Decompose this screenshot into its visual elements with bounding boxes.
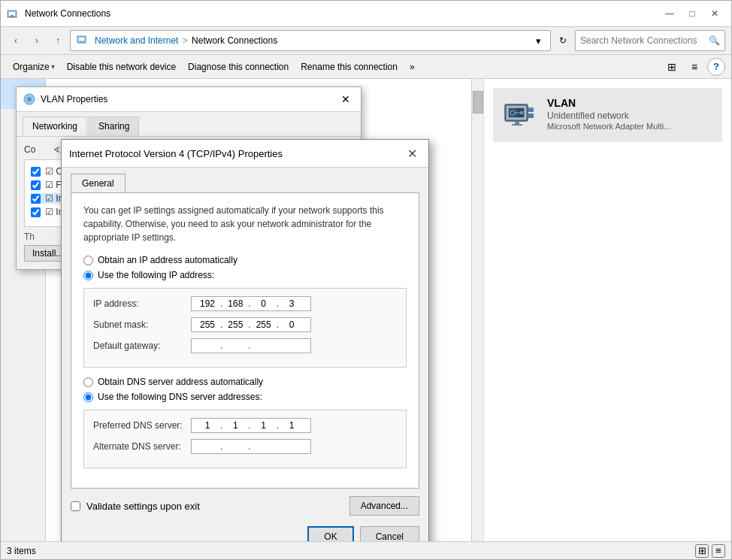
- address-box[interactable]: Network and Internet > Network Connectio…: [70, 30, 551, 51]
- alternate-dns-octet-3[interactable]: [253, 441, 275, 452]
- preferred-dns-octet-1[interactable]: [196, 420, 219, 431]
- preferred-dns-octet-4[interactable]: [280, 420, 303, 431]
- radio-auto-ip[interactable]: [83, 256, 93, 265]
- forward-button[interactable]: ›: [28, 32, 46, 50]
- tcp-dialog-title: Internet Protocol Version 4 (TCP/IPv4) P…: [69, 148, 403, 159]
- maximize-button[interactable]: □: [682, 5, 703, 22]
- svg-rect-28: [512, 124, 522, 126]
- svg-rect-26: [520, 111, 523, 114]
- alternate-dns-octet-1[interactable]: [196, 441, 219, 452]
- advanced-button[interactable]: Advanced...: [349, 496, 419, 516]
- search-box[interactable]: 🔍: [575, 30, 725, 51]
- alternate-dns-input[interactable]: . .: [191, 439, 311, 454]
- window-icon: [7, 7, 20, 20]
- refresh-button[interactable]: ↻: [554, 32, 572, 50]
- validate-label[interactable]: Validate settings upon exit: [86, 501, 200, 512]
- tcp-close-button[interactable]: ✕: [403, 146, 421, 161]
- tcp-content: You can get IP settings assigned automat…: [71, 192, 419, 489]
- item-checkbox-2[interactable]: [31, 180, 41, 190]
- ok-button[interactable]: OK: [307, 526, 353, 541]
- validate-checkbox[interactable]: [71, 501, 80, 511]
- radio-auto-dns-label[interactable]: Obtain DNS server address automatically: [98, 377, 263, 387]
- alternate-dns-label: Alternate DNS server:: [93, 441, 191, 452]
- vlan-dialog-tabs: Networking Sharing: [17, 112, 361, 136]
- preferred-dns-octet-2[interactable]: [224, 420, 247, 431]
- item-checkbox-4[interactable]: [31, 207, 41, 217]
- radio-manual-ip-row: Use the following IP address:: [83, 270, 407, 280]
- subnet-mask-input[interactable]: . . .: [191, 317, 311, 332]
- close-button[interactable]: ✕: [704, 5, 725, 22]
- breadcrumb-part1[interactable]: Network and Internet: [95, 35, 178, 46]
- ip-octet-1[interactable]: [196, 298, 219, 309]
- breadcrumb-part2: Network Connections: [192, 35, 277, 46]
- view-list-button[interactable]: ≡: [685, 57, 704, 77]
- radio-auto-dns[interactable]: [83, 377, 93, 387]
- subnet-mask-label: Subnet mask:: [93, 319, 191, 330]
- gateway-octet-2[interactable]: [224, 341, 247, 351]
- cancel-button[interactable]: Cancel: [360, 526, 419, 541]
- ip-octet-4[interactable]: [280, 298, 303, 309]
- status-bar: 3 items ⊞ ≡: [1, 541, 731, 559]
- ip-octet-3[interactable]: [253, 298, 275, 309]
- rename-button[interactable]: Rename this connection: [295, 59, 404, 75]
- preferred-dns-input[interactable]: . . .: [191, 418, 311, 433]
- tab-general[interactable]: General: [71, 174, 126, 192]
- alternate-dns-octet-2[interactable]: [224, 441, 247, 452]
- vlan-dialog-close[interactable]: ✕: [337, 92, 355, 107]
- minimize-button[interactable]: —: [659, 5, 680, 22]
- window-title: Network Connections: [25, 8, 659, 19]
- radio-auto-dns-row: Obtain DNS server address automatically: [83, 377, 407, 387]
- address-icon: [77, 33, 90, 49]
- ip-address-label: IP address:: [93, 298, 191, 309]
- tab-sharing[interactable]: Sharing: [89, 117, 139, 136]
- content-area: VLAN Unidentified network Microsoft Netw…: [1, 79, 731, 541]
- svg-rect-32: [531, 108, 531, 109]
- disable-button[interactable]: Disable this network device: [61, 59, 182, 75]
- tab-networking[interactable]: Networking: [23, 117, 87, 136]
- subnet-octet-2[interactable]: [224, 319, 247, 330]
- svg-rect-31: [529, 108, 530, 109]
- vlan-icon: [502, 97, 538, 133]
- search-icon: 🔍: [709, 35, 720, 46]
- ip-address-input[interactable]: . . .: [191, 296, 311, 311]
- item-checkbox-1[interactable]: [31, 167, 41, 177]
- scrollbar-thumb[interactable]: [473, 91, 483, 114]
- subnet-octet-1[interactable]: [196, 319, 219, 330]
- ip-octet-2[interactable]: [224, 298, 247, 309]
- address-chevron[interactable]: ▾: [532, 35, 544, 47]
- validate-row: Validate settings upon exit Advanced...: [71, 496, 419, 516]
- gateway-octet-1[interactable]: [196, 341, 219, 351]
- radio-manual-dns[interactable]: [83, 392, 93, 402]
- organize-button[interactable]: Organize ▾: [7, 59, 61, 75]
- gateway-input[interactable]: . .: [191, 338, 311, 353]
- ip-field-section: IP address: . . . Subnet ma: [83, 288, 407, 368]
- radio-manual-ip-label[interactable]: Use the following IP address:: [98, 270, 214, 280]
- subnet-octet-3[interactable]: [253, 319, 275, 330]
- back-button[interactable]: ‹: [7, 32, 25, 50]
- search-input[interactable]: [580, 35, 709, 46]
- vlan-dialog-title-bar: VLAN Properties ✕: [17, 87, 361, 112]
- scrollbar[interactable]: [471, 79, 483, 541]
- help-button[interactable]: ?: [707, 58, 725, 76]
- more-button[interactable]: »: [404, 59, 421, 75]
- radio-manual-ip[interactable]: [83, 271, 93, 280]
- status-list-button[interactable]: ≡: [712, 544, 725, 558]
- status-bar-right: ⊞ ≡: [695, 544, 725, 558]
- item-checkbox-3[interactable]: [31, 194, 41, 204]
- status-grid-button[interactable]: ⊞: [695, 544, 709, 558]
- address-breadcrumb: Network and Internet > Network Connectio…: [95, 35, 532, 46]
- radio-manual-dns-label[interactable]: Use the following DNS server addresses:: [98, 392, 262, 402]
- subnet-octet-4[interactable]: [280, 319, 303, 330]
- diagnose-button[interactable]: Diagnose this connection: [182, 59, 295, 75]
- svg-point-35: [27, 97, 32, 101]
- dns-field-section: Preferred DNS server: . . .: [83, 410, 407, 468]
- view-grid-button[interactable]: ⊞: [662, 57, 682, 77]
- radio-manual-dns-row: Use the following DNS server addresses:: [83, 392, 407, 402]
- vlan-info: VLAN Unidentified network Microsoft Netw…: [547, 97, 670, 131]
- svg-rect-5: [79, 38, 84, 41]
- up-button[interactable]: ↑: [49, 32, 67, 50]
- radio-auto-ip-label[interactable]: Obtain an IP address automatically: [98, 255, 237, 265]
- preferred-dns-octet-3[interactable]: [253, 420, 275, 431]
- vlan-dialog-title: VLAN Properties: [41, 94, 337, 104]
- gateway-octet-3[interactable]: [253, 341, 275, 351]
